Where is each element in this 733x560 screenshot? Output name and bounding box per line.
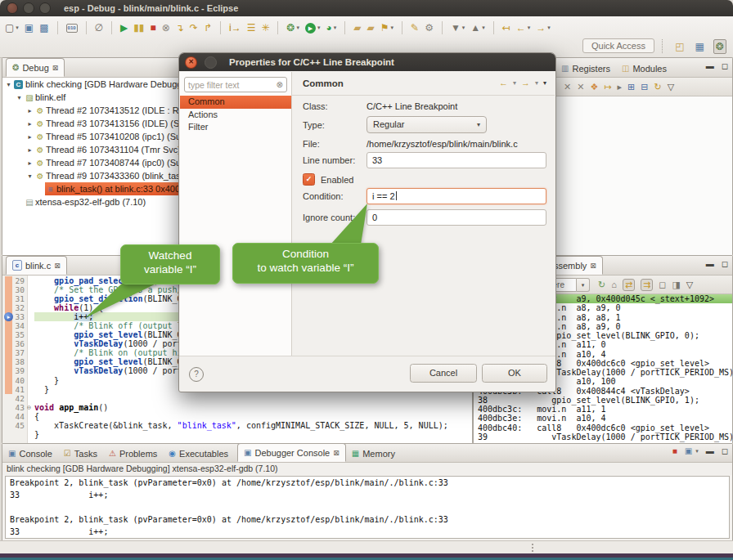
step-into-icon[interactable]: ↴: [176, 22, 184, 34]
maximize-icon[interactable]: ◻: [722, 446, 728, 455]
sash-handle[interactable]: [532, 544, 536, 552]
next-annotation-icon[interactable]: ▼: [451, 22, 461, 34]
minimize-view-icon[interactable]: ▬: [706, 61, 714, 70]
step-over-icon[interactable]: ↷: [190, 22, 198, 34]
view-menu-icon[interactable]: ▾: [543, 79, 546, 87]
tree-expand-icon[interactable]: ▸: [25, 159, 34, 167]
forward-history-icon-dropdown[interactable]: ▾: [547, 25, 551, 31]
code-line[interactable]: 44{: [2, 412, 472, 421]
tree-expand-icon[interactable]: ▾: [25, 172, 34, 180]
close-icon[interactable]: ⊠: [52, 64, 59, 72]
remove-all-register-groups-icon[interactable]: ✕: [577, 82, 584, 92]
terminate-icon[interactable]: ■: [150, 22, 155, 34]
open-perspective-icon[interactable]: ◰: [673, 40, 686, 53]
tab-debugger-console[interactable]: ▣Debugger Console⊠: [237, 443, 346, 462]
tree-expand-icon[interactable]: ▸: [25, 107, 34, 114]
coverage-icon[interactable]: ◕: [326, 22, 332, 34]
code-line[interactable]: 42: [2, 394, 472, 403]
run-icon[interactable]: ▶: [305, 23, 316, 34]
code-line[interactable]: 45 xTaskCreate(&blink_task, "blink_task"…: [2, 421, 472, 430]
build-icon[interactable]: ⚙: [425, 22, 434, 34]
minimize-view-icon[interactable]: ▬: [706, 259, 714, 268]
open-new-view-icon[interactable]: ◻: [659, 280, 666, 290]
pin-view-icon[interactable]: ◨: [672, 280, 680, 290]
refresh-icon[interactable]: ↻: [654, 82, 662, 92]
next-annotation-icon-dropdown[interactable]: ▾: [462, 25, 465, 31]
remove-register-group-icon[interactable]: ✕: [564, 82, 571, 92]
tab-debug[interactable]: ❂ Debug ⊠: [6, 58, 65, 77]
help-icon[interactable]: ?: [189, 367, 204, 382]
condition-input[interactable]: i == 2: [366, 188, 546, 204]
tab-modules[interactable]: ◫ Modules: [616, 60, 672, 77]
window-close-button[interactable]: [7, 2, 18, 14]
tab-problems[interactable]: ⚠Problems: [103, 445, 163, 462]
back-dropdown-icon[interactable]: ▾: [513, 79, 516, 87]
breakpoint-icon[interactable]: ▸: [4, 312, 13, 321]
prev-annotation-icon-dropdown[interactable]: ▾: [482, 25, 485, 31]
last-edit-location-icon[interactable]: ↤: [502, 22, 510, 34]
tab-tasks[interactable]: ☑Tasks: [58, 445, 103, 462]
location-dropdown-icon[interactable]: ▾: [577, 278, 590, 292]
prev-annotation-icon[interactable]: ▲: [470, 22, 480, 34]
filter-input[interactable]: type filter text ⊗: [184, 77, 287, 92]
dialog-nav-item-common[interactable]: Common: [180, 96, 291, 109]
cpp-perspective-icon[interactable]: ▦: [694, 40, 706, 53]
ignore-count-input[interactable]: 0: [366, 209, 546, 226]
deselect-icon[interactable]: ▸: [618, 82, 623, 92]
coverage-icon-dropdown[interactable]: ▾: [334, 25, 337, 31]
window-minimize-button[interactable]: [23, 2, 34, 14]
instruction-stepping-icon[interactable]: i→: [229, 22, 241, 34]
skip-all-breakpoints-icon[interactable]: ∅: [95, 22, 103, 34]
tab-registers[interactable]: ▥ Registers: [555, 60, 616, 77]
tree-expand-icon[interactable]: ▸: [25, 146, 34, 154]
cancel-button[interactable]: Cancel: [410, 364, 477, 383]
save-icon[interactable]: ▣: [25, 22, 34, 34]
drop-to-frame-icon[interactable]: ☰: [247, 22, 256, 34]
enabled-checkbox[interactable]: ✓: [303, 173, 315, 186]
debug-icon[interactable]: ❂: [286, 22, 295, 34]
debug-perspective-icon[interactable]: ❂: [713, 39, 726, 54]
console-output[interactable]: Breakpoint 2, blink_task (pvParameter=0x…: [5, 476, 730, 539]
new-wizard-icon-dropdown[interactable]: ▾: [16, 25, 19, 31]
tab-executables[interactable]: ◉Executables: [163, 445, 234, 462]
dialog-close-button[interactable]: ✕: [185, 56, 197, 69]
minimize-icon[interactable]: ▬: [706, 446, 714, 455]
add-register-group-icon[interactable]: ↦: [604, 82, 611, 92]
tree-expand-icon[interactable]: ▸: [25, 120, 34, 128]
view-menu-icon[interactable]: ▽: [686, 280, 693, 290]
close-icon[interactable]: ⊠: [590, 262, 596, 270]
step-return-icon[interactable]: ↱: [204, 22, 212, 34]
mark-occurrences-icon[interactable]: ✎: [411, 22, 419, 34]
open-project-icon[interactable]: ▰: [353, 22, 361, 34]
sync-selection-icon[interactable]: ⇄: [623, 279, 635, 291]
tab-blink-c[interactable]: c blink.c ⊠: [6, 256, 67, 275]
back-icon[interactable]: ←: [499, 78, 508, 87]
code-line[interactable]: 43⊖void app_main(): [2, 403, 472, 412]
refresh-disassembly-icon[interactable]: ↻: [598, 280, 605, 290]
new-wizard-icon[interactable]: ▢: [5, 22, 14, 34]
clear-filter-icon[interactable]: ⊗: [277, 80, 283, 89]
suspend-icon[interactable]: ▮▮: [133, 22, 144, 34]
tab-memory[interactable]: ▦Memory: [346, 445, 401, 462]
display-console-icon[interactable]: ▣: [685, 446, 692, 455]
dialog-nav-item-actions[interactable]: Actions: [180, 109, 291, 122]
save-all-icon[interactable]: ▩: [39, 22, 48, 34]
forward-dropdown-icon[interactable]: ▾: [535, 79, 538, 87]
display-console-icon-dropdown[interactable]: ▾: [695, 448, 699, 455]
view-menu-icon[interactable]: ▽: [668, 82, 674, 92]
resume-icon[interactable]: ▶: [120, 22, 128, 34]
terminate-console-icon[interactable]: ■: [672, 446, 677, 455]
new-binary-icon[interactable]: 010: [66, 24, 78, 33]
external-tools-icon[interactable]: ⚑: [380, 22, 389, 34]
close-icon[interactable]: ⊠: [333, 449, 340, 457]
type-select[interactable]: Regular ▾: [366, 116, 487, 133]
tree-expand-icon[interactable]: ▾: [15, 94, 24, 101]
maximize-view-icon[interactable]: ◻: [722, 61, 728, 70]
collapse-all-icon[interactable]: ⊟: [641, 82, 648, 92]
fold-icon[interactable]: ⊖: [27, 403, 34, 412]
run-icon-dropdown[interactable]: ▾: [317, 25, 321, 31]
window-maximize-button[interactable]: [39, 2, 51, 14]
line-number-input[interactable]: 33: [366, 152, 546, 168]
back-history-icon[interactable]: ←: [516, 22, 526, 34]
dialog-nav-item-filter[interactable]: Filter: [180, 121, 291, 134]
